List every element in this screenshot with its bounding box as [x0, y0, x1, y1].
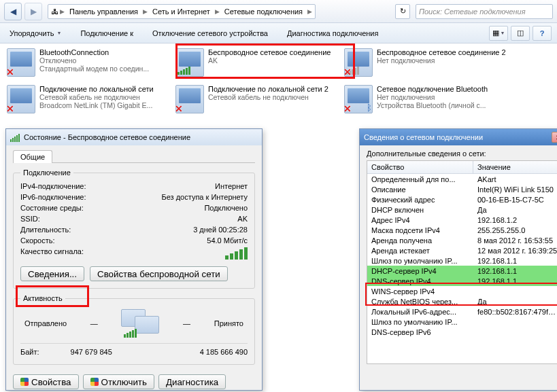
bytes-label: Байт:: [20, 348, 39, 356]
activity-icon: [121, 309, 159, 338]
address-bar: ◀ ▶ 🖧 ▶ Панель управления▶ Сеть и Интерн…: [0, 0, 557, 23]
disable-device[interactable]: Отключение сетевого устройства: [148, 27, 272, 39]
details-button[interactable]: Сведения...: [20, 266, 84, 281]
preview-pane-button[interactable]: ◫: [511, 26, 530, 41]
close-button[interactable]: ✕: [552, 132, 557, 143]
detail-row[interactable]: Определенный для по...AKart: [367, 174, 557, 184]
detail-row[interactable]: DNS-сервер IPv6: [367, 327, 557, 337]
bytes-sent: 947 679 845: [39, 348, 144, 356]
disconnected-icon: ✕: [343, 67, 352, 77]
disabled-icon: ✕: [6, 67, 14, 77]
detail-row[interactable]: Физический адрес00-16-EB-15-C7-5C: [367, 194, 557, 204]
detail-row[interactable]: Адрес IPv4192.168.1.2: [367, 215, 557, 225]
detail-row[interactable]: Шлюз по умолчанию IP...192.168.1.1: [367, 255, 557, 266]
connection-icon: ✕: [7, 85, 35, 113]
detail-row[interactable]: Аренда истекает12 мая 2012 г. 16:39:25: [367, 245, 557, 255]
conn-wifi2[interactable]: ✕ Беспроводное сетевое соединение 2 Нет …: [341, 46, 510, 80]
detail-row[interactable]: DHCP-сервер IPv4192.168.1.1: [367, 266, 557, 276]
disconnected-icon: ✕: [343, 103, 352, 114]
search-input[interactable]: Поиск: Сетевые подключения: [416, 4, 553, 19]
bc-net-internet[interactable]: Сеть и Интернет: [149, 7, 214, 16]
diagnose-button[interactable]: Диагностика: [158, 374, 226, 389]
connection-group: Подключение IPv4-подключение:ИнтернетIPv…: [13, 168, 255, 289]
conn-lan[interactable]: ✕ Подключение по локальной сети Сетевой …: [4, 83, 173, 117]
bluetooth-icon: ᛒ: [367, 103, 372, 113]
group-legend: Активность: [20, 294, 65, 302]
detail-row[interactable]: DNS-сервер IPv4192.168.1.1: [367, 276, 557, 286]
column-property[interactable]: Свойство: [367, 161, 473, 173]
connection-icon: ✕: [344, 48, 373, 77]
dialog-titlebar[interactable]: Состояние - Беспроводное сетевое соедине…: [6, 129, 262, 145]
signal-bars-icon: [178, 67, 190, 75]
forward-button[interactable]: ▶: [24, 3, 42, 20]
conn-bt-net[interactable]: ✕ᛒ Сетевое подключение Bluetooth Нет под…: [341, 83, 510, 117]
organize-menu[interactable]: Упорядочить▼: [5, 27, 65, 39]
conn-wifi[interactable]: Беспроводное сетевое соединение AK: [173, 46, 341, 80]
signal-quality-label: Качество сигнала:: [20, 247, 84, 260]
detail-row[interactable]: WINS-сервер IPv4: [367, 286, 557, 296]
details-subtitle: Дополнительные сведения о сети:: [367, 149, 557, 158]
conn-bluetooth[interactable]: ✕ BluetoothConnection Отключено Стандарт…: [4, 46, 173, 80]
wireless-properties-button[interactable]: Свойства беспроводной сети: [90, 266, 228, 281]
shield-icon: [20, 378, 29, 386]
status-row: Состояние среды:Подключено: [20, 202, 248, 213]
detail-row[interactable]: Служба NetBIOS через...Да: [367, 296, 557, 306]
signal-bars-icon: [10, 132, 20, 142]
connections-list[interactable]: ✕ BluetoothConnection Отключено Стандарт…: [0, 43, 557, 122]
help-button[interactable]: ?: [533, 26, 552, 41]
status-row: IPv6-подключение:Без доступа к Интернету: [20, 192, 248, 202]
detail-row[interactable]: Локальный IPv6-адрес...fe80::b502:8167:4…: [367, 306, 557, 317]
connection-icon: [175, 48, 204, 77]
bc-control-panel[interactable]: Панель управления: [66, 7, 141, 16]
connection-icon: ✕: [175, 85, 204, 113]
dialog-titlebar[interactable]: Сведения о сетевом подключении ✕: [360, 129, 557, 145]
bc-net-connections[interactable]: Сетевые подключения: [221, 7, 306, 16]
detail-row[interactable]: DHCP включенДа: [367, 204, 557, 215]
received-label: Принято: [214, 319, 243, 327]
details-dialog: Сведения о сетевом подключении ✕ Дополни…: [359, 128, 557, 391]
view-options-button[interactable]: ▦ ▼: [489, 26, 508, 41]
tab-general[interactable]: Общие: [13, 150, 52, 163]
search-placeholder: Поиск: Сетевые подключения: [419, 7, 526, 16]
shield-icon: [90, 378, 99, 386]
dialog-title: Состояние - Беспроводное сетевое соедине…: [24, 133, 190, 141]
diagnose-connection[interactable]: Диагностика подключения: [283, 27, 382, 39]
conn-lan2[interactable]: ✕ Подключение по локальной сети 2 Сетево…: [173, 83, 341, 117]
disable-button[interactable]: Отключить: [83, 374, 154, 389]
status-dialog: Состояние - Беспроводное сетевое соедине…: [5, 128, 263, 391]
disconnected-icon: ✕: [6, 103, 14, 114]
status-row: SSID:AK: [20, 213, 248, 224]
column-value[interactable]: Значение: [473, 161, 557, 173]
status-row: Скорость:54.0 Мбит/с: [20, 235, 248, 246]
status-row: IPv4-подключение:Интернет: [20, 181, 248, 192]
details-listview[interactable]: Свойство Значение Определенный для по...…: [367, 160, 557, 364]
properties-button[interactable]: Свойства: [13, 374, 79, 389]
network-icon: 🖧: [51, 7, 58, 16]
signal-bars-icon: [225, 247, 248, 260]
bytes-received: 4 185 666 490: [144, 348, 248, 356]
activity-group: Активность Отправлено — — Принято Байт: …: [13, 294, 255, 365]
sent-label: Отправлено: [24, 319, 67, 327]
disconnected-icon: ✕: [175, 103, 183, 114]
detail-row[interactable]: ОписаниеIntel(R) WiFi Link 5150: [367, 184, 557, 194]
connection-icon: ✕: [7, 48, 35, 77]
detail-row[interactable]: Маска подсети IPv4255.255.255.0: [367, 225, 557, 235]
toolbar: Упорядочить▼ Подключение к Отключение се…: [0, 23, 557, 43]
back-button[interactable]: ◀: [4, 3, 22, 20]
dialog-title: Сведения о сетевом подключении: [364, 133, 483, 141]
connect-to-menu[interactable]: Подключение к: [76, 27, 137, 39]
breadcrumb[interactable]: 🖧 ▶ Панель управления▶ Сеть и Интернет▶ …: [48, 4, 316, 19]
status-row: Длительность:3 дней 00:25:28: [20, 224, 248, 235]
tabs: Общие: [13, 149, 255, 163]
detail-row[interactable]: Аренда получена8 мая 2012 г. 16:53:55: [367, 235, 557, 245]
connection-icon: ✕ᛒ: [344, 85, 373, 113]
detail-row[interactable]: Шлюз по умолчанию IP...: [367, 317, 557, 327]
refresh-button[interactable]: ↻: [395, 4, 410, 19]
group-legend: Подключение: [20, 168, 73, 177]
